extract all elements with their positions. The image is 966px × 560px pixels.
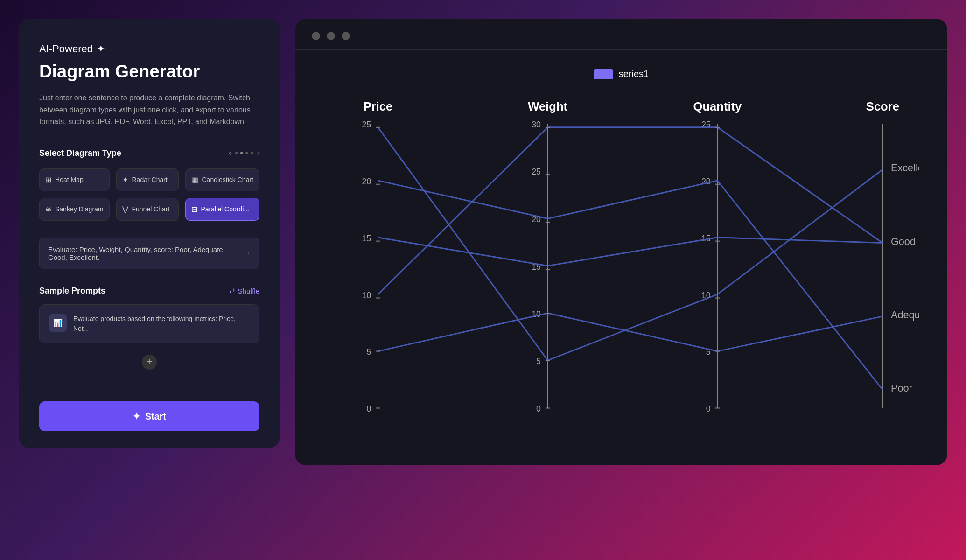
ai-powered-text: AI-Powered <box>39 43 93 55</box>
candlestick-icon: ▦ <box>191 175 198 184</box>
prompt-card-icon: 📊 <box>53 318 63 327</box>
sample-prompts-header: Sample Prompts ⇄ Shuffle <box>39 286 259 296</box>
start-button[interactable]: ✦ Start <box>39 401 259 431</box>
nav-dot-2 <box>240 152 243 154</box>
heat-map-label: Heat Map <box>55 176 84 183</box>
svg-text:25: 25 <box>362 120 371 129</box>
svg-text:0: 0 <box>706 404 711 413</box>
window-controls <box>295 19 947 49</box>
svg-text:Weight: Weight <box>528 100 567 113</box>
sample-prompts-title: Sample Prompts <box>39 286 105 296</box>
sparkle-icon: ✦ <box>97 43 105 55</box>
diagram-btn-parallel[interactable]: ⊟ Parallel Coordi... <box>185 198 260 221</box>
svg-text:0: 0 <box>366 404 371 413</box>
svg-text:30: 30 <box>532 120 541 129</box>
diagram-btn-sankey[interactable]: ≋ Sankey Diagram <box>39 198 110 221</box>
funnel-label: Funnel Chart <box>132 205 170 213</box>
prompt-submit-arrow[interactable]: → <box>242 248 251 258</box>
svg-text:5: 5 <box>536 357 541 366</box>
radar-chart-label: Radar Chart <box>132 176 168 183</box>
right-panel: series1 Price Weight Quantity <box>295 19 947 465</box>
nav-dot-3 <box>245 152 248 154</box>
nav-prev-arrow[interactable]: ‹ <box>229 149 231 157</box>
svg-text:Adequate: Adequate <box>891 309 919 321</box>
legend-color-swatch <box>594 69 613 79</box>
parallel-chart: Price Weight Quantity Score 0 5 10 15 20… <box>323 96 919 442</box>
diagram-type-section-header: Select Diagram Type ‹ › <box>39 148 259 158</box>
shuffle-label: Shuffle <box>238 287 259 295</box>
start-label: Start <box>145 411 167 422</box>
window-dot-3 <box>342 32 350 40</box>
chart-area: series1 Price Weight Quantity <box>295 50 947 465</box>
svg-text:Price: Price <box>364 100 393 113</box>
window-dot-2 <box>327 32 335 40</box>
prompt-input-row[interactable]: Evaluate: Price, Weight, Quantity, score… <box>39 238 259 269</box>
svg-text:5: 5 <box>366 347 371 357</box>
diagram-btn-funnel[interactable]: ⋁ Funnel Chart <box>116 198 179 221</box>
main-container: AI-Powered ✦ Diagram Generator Just ente… <box>0 0 966 560</box>
nav-dots <box>235 152 253 154</box>
heat-map-icon: ⊞ <box>45 175 51 184</box>
svg-text:15: 15 <box>362 234 371 243</box>
diagram-btn-heat-map[interactable]: ⊞ Heat Map <box>39 168 110 191</box>
svg-text:20: 20 <box>701 177 711 186</box>
section-title: Select Diagram Type <box>39 148 121 158</box>
add-prompt-button[interactable]: + <box>142 355 157 370</box>
prompt-card-icon-wrap: 📊 <box>49 314 67 332</box>
diagram-type-grid: ⊞ Heat Map ✦ Radar Chart ▦ Candlestick C… <box>39 168 259 221</box>
candlestick-label: Candlestick Chart <box>202 176 254 183</box>
nav-dot-4 <box>251 152 253 154</box>
funnel-icon: ⋁ <box>122 205 128 214</box>
prompt-card-text: Evaluate products based on the following… <box>73 314 250 334</box>
diagram-btn-radar-chart[interactable]: ✦ Radar Chart <box>116 168 179 191</box>
sankey-label: Sankey Diagram <box>55 205 104 213</box>
ai-powered-label: AI-Powered ✦ <box>39 43 259 55</box>
nav-next-arrow[interactable]: › <box>257 149 259 157</box>
shuffle-button[interactable]: ⇄ Shuffle <box>229 287 259 295</box>
radar-chart-icon: ✦ <box>122 175 128 184</box>
chart-legend: series1 <box>323 69 919 79</box>
svg-text:Poor: Poor <box>891 382 912 394</box>
prompt-card[interactable]: 📊 Evaluate products based on the followi… <box>39 304 259 343</box>
panel-description: Just enter one sentence to produce a com… <box>39 92 259 128</box>
shuffle-icon: ⇄ <box>229 287 235 295</box>
sankey-icon: ≋ <box>45 205 51 214</box>
svg-text:Score: Score <box>866 100 899 113</box>
svg-text:0: 0 <box>536 404 541 413</box>
parallel-chart-svg: Price Weight Quantity Score 0 5 10 15 20… <box>323 96 919 440</box>
parallel-icon: ⊟ <box>191 205 197 214</box>
svg-text:20: 20 <box>362 177 371 186</box>
nav-dot-1 <box>235 152 238 154</box>
svg-text:Quantity: Quantity <box>693 100 742 113</box>
svg-text:25: 25 <box>532 167 541 176</box>
start-sparkle-icon: ✦ <box>133 411 140 422</box>
svg-text:Good: Good <box>891 236 916 247</box>
svg-text:10: 10 <box>532 309 541 319</box>
prompt-input-text: Evaluate: Price, Weight, Quantity, score… <box>48 245 237 261</box>
panel-title: Diagram Generator <box>39 62 259 82</box>
parallel-label: Parallel Coordi... <box>201 205 250 213</box>
left-panel: AI-Powered ✦ Diagram Generator Just ente… <box>19 19 280 448</box>
legend-label: series1 <box>619 69 649 79</box>
svg-text:10: 10 <box>362 291 371 300</box>
window-dot-1 <box>312 32 320 40</box>
diagram-btn-candlestick[interactable]: ▦ Candlestick Chart <box>185 168 260 191</box>
nav-arrows: ‹ › <box>229 149 259 157</box>
prompt-add-area: + <box>39 355 259 370</box>
svg-text:Excellent: Excellent <box>891 162 919 174</box>
